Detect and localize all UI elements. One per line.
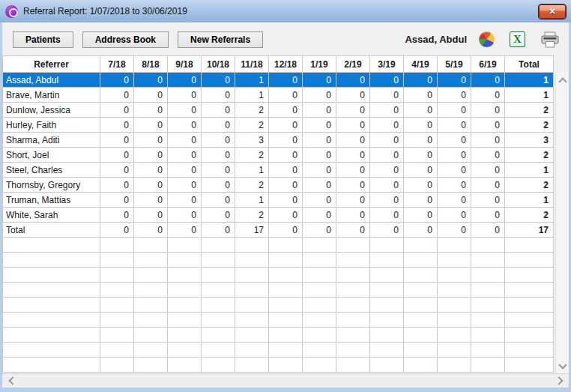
empty-cell [100,343,134,358]
table-row[interactable]: Short, Joel0000200000002 [3,148,554,163]
empty-cell [336,358,370,373]
patients-button[interactable]: Patients [13,31,73,48]
month-value-cell: 0 [269,178,303,193]
empty-cell [202,238,235,253]
empty-cell [134,358,168,373]
empty-cell [235,238,269,253]
app-logo-icon [5,5,18,18]
month-value-cell: 0 [134,133,168,148]
referrer-cell: Thornsby, Gregory [3,178,100,193]
empty-cell [3,268,100,283]
total-cell: 2 [505,118,554,133]
month-value-cell: 0 [134,148,168,163]
empty-cell [100,238,134,253]
column-header[interactable]: 3/19 [370,56,404,73]
month-value-cell: 0 [134,73,168,88]
column-header[interactable]: 1/19 [303,56,336,73]
print-icon[interactable] [540,31,560,48]
empty-cell [336,238,370,253]
month-value-cell: 3 [235,133,269,148]
empty-cell [404,268,438,283]
table-row[interactable]: Brave, Martin0000100000001 [3,88,554,103]
empty-cell [303,313,336,328]
month-value-cell: 0 [134,223,168,238]
month-value-cell: 0 [269,208,303,223]
empty-cell [505,283,554,298]
table-row[interactable]: Truman, Mattias0000100000001 [3,193,554,208]
month-value-cell: 0 [303,118,336,133]
empty-cell [269,313,303,328]
empty-cell [202,343,235,358]
column-header[interactable]: 5/19 [438,56,471,73]
empty-cell [471,253,505,268]
month-value-cell: 0 [134,163,168,178]
month-value-cell: 0 [202,178,235,193]
empty-cell [471,238,505,253]
empty-cell [235,283,269,298]
table-row[interactable]: Hurley, Faith0000200000002 [3,118,554,133]
empty-cell [505,313,554,328]
column-header[interactable]: 4/19 [404,56,438,73]
address-book-button[interactable]: Address Book [82,31,169,48]
total-cell: 2 [505,178,554,193]
column-header[interactable]: 9/18 [168,56,202,73]
scroll-up-icon[interactable] [559,76,567,84]
column-header[interactable]: 7/18 [100,56,134,73]
empty-cell [235,328,269,343]
table-row[interactable]: Thornsby, Gregory0000200000002 [3,178,554,193]
column-header[interactable]: 12/18 [269,56,303,73]
empty-cell [3,253,100,268]
column-header[interactable]: 2/19 [336,56,370,73]
empty-cell [134,328,168,343]
month-value-cell: 0 [471,118,505,133]
empty-cell [370,253,404,268]
pie-chart-icon[interactable] [479,31,495,47]
column-header[interactable]: 6/19 [471,56,505,73]
scroll-right-icon[interactable] [556,377,564,385]
column-header[interactable]: 8/18 [134,56,168,73]
month-value-cell: 0 [303,73,336,88]
empty-cell [3,358,100,373]
table-area: Referrer7/188/189/1810/1811/1812/181/192… [2,55,569,373]
month-value-cell: 2 [235,118,269,133]
referrer-cell: Assad, Abdul [3,73,100,88]
month-value-cell: 0 [404,208,438,223]
month-value-cell: 0 [134,118,168,133]
empty-cell [370,313,404,328]
month-value-cell: 0 [269,163,303,178]
excel-export-icon[interactable]: X [510,31,525,47]
table-row[interactable]: Dunlow, Jessica0000200000002 [3,103,554,118]
column-header[interactable]: 10/18 [202,56,235,73]
month-value-cell: 0 [168,163,202,178]
scroll-left-icon[interactable] [7,377,15,385]
month-value-cell: 0 [438,133,471,148]
empty-cell [100,283,134,298]
new-referrals-button[interactable]: New Referrals [178,31,263,48]
empty-row [3,268,554,283]
column-header[interactable]: Referrer [3,56,100,73]
empty-cell [471,298,505,313]
horizontal-scrollbar[interactable] [2,373,569,388]
vertical-scrollbar[interactable] [555,73,569,373]
empty-cell [134,343,168,358]
month-value-cell: 0 [471,133,505,148]
month-value-cell: 0 [202,163,235,178]
total-cell: 1 [505,163,554,178]
column-header[interactable]: Total [505,56,554,73]
empty-cell [134,298,168,313]
table-row[interactable]: Total000017000000017 [3,223,554,238]
empty-cell [471,358,505,373]
column-header[interactable]: 11/18 [235,56,269,73]
table-row[interactable]: Sharma, Aditi0000300000003 [3,133,554,148]
month-value-cell: 2 [235,103,269,118]
month-value-cell: 0 [336,103,370,118]
empty-cell [404,253,438,268]
month-value-cell: 0 [336,178,370,193]
empty-row [3,238,554,253]
table-row[interactable]: Assad, Abdul0000100000001 [3,73,554,88]
table-row[interactable]: White, Sarah0000200000002 [3,208,554,223]
close-button[interactable]: ✕ [539,4,566,19]
scroll-down-icon[interactable] [559,362,567,370]
empty-cell [100,358,134,373]
table-row[interactable]: Steel, Charles0000100000001 [3,163,554,178]
